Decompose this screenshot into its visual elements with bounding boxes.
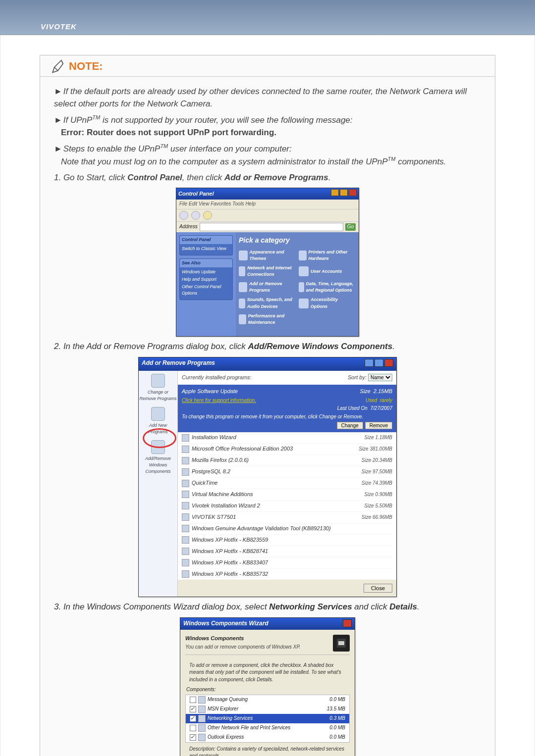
arp-curr-label: Currently installed programs: [182, 374, 252, 382]
step1-c: , then click [182, 173, 224, 182]
step1-d: . [328, 173, 331, 182]
category-icon [299, 251, 307, 260]
program-icon [182, 548, 189, 555]
program-icon [182, 502, 189, 509]
arp-row[interactable]: Microsoft Office Professional Edition 20… [182, 444, 392, 455]
checkbox[interactable] [190, 697, 196, 703]
checkbox[interactable] [190, 706, 196, 712]
category-icon [239, 299, 245, 308]
checkbox[interactable] [190, 734, 196, 741]
add-new-icon [151, 407, 165, 421]
wz-component-row[interactable]: Message Queuing0.0 MB [186, 695, 349, 705]
arrow-icon: ► [54, 86, 61, 98]
address-field[interactable] [200, 223, 343, 231]
checkbox[interactable] [190, 715, 196, 722]
arrow-icon: ► [54, 143, 61, 155]
arp-remove-button[interactable]: Remove [365, 422, 392, 429]
program-icon [182, 525, 189, 532]
program-icon [182, 480, 189, 487]
wz-title: Windows Components Wizard [183, 619, 268, 628]
cp-category[interactable]: Sounds, Speech, and Audio Devices [239, 297, 296, 309]
cp-category[interactable]: Date, Time, Language, and Regional Optio… [299, 281, 356, 294]
folder-up-icon[interactable] [203, 211, 212, 220]
back-icon[interactable] [179, 211, 188, 220]
wz-component-row[interactable]: MSN Explorer13.5 MB [186, 705, 349, 714]
svg-line-1 [51, 62, 53, 64]
category-icon [299, 266, 309, 276]
arp-selected-item[interactable]: Apple Software UpdateSize 2.15MB Click h… [178, 385, 396, 432]
arp-side-windows-components[interactable]: Add/Remove Windows Components [139, 440, 177, 475]
cp-category[interactable]: Printers and Other Hardware [299, 249, 356, 262]
step3-d: Details [389, 602, 417, 611]
step1-b2: Add or Remove Programs [224, 173, 328, 182]
wz-component-row[interactable]: Outlook Express0.0 MB [186, 733, 349, 742]
cp-menubar[interactable]: File Edit View Favorites Tools Help [176, 200, 359, 209]
arp-side-change-remove[interactable]: Change or Remove Programs [139, 374, 177, 402]
arp-row[interactable]: Windows XP Hotfix - KB823559 [182, 535, 392, 546]
cp-category[interactable]: User Accounts [299, 265, 356, 278]
step3-b: Networking Services [269, 602, 352, 611]
wizard-icon [333, 635, 350, 652]
arp-row[interactable]: Windows XP Hotfix - KB828741 [182, 546, 392, 557]
address-label: Address [179, 223, 198, 231]
cp-switch-classic-link[interactable]: Switch to Classic View [182, 246, 230, 252]
note-title: NOTE: [69, 60, 103, 73]
note-bullet-3-line2a: Note that you must log on to the compute… [61, 156, 388, 166]
program-icon [182, 434, 189, 442]
arp-row[interactable]: PostgreSQL 8.2Size 97.50MB [182, 466, 392, 478]
tm: TM [160, 143, 168, 149]
arp-row[interactable]: Windows Genuine Advantage Validation Too… [182, 523, 392, 535]
program-icon [182, 457, 189, 464]
category-icon [299, 282, 304, 292]
arp-change-button[interactable]: Change [337, 422, 363, 429]
note-bullet-2b: is not supported by your router, you wil… [100, 115, 352, 125]
close-icon[interactable] [343, 619, 352, 627]
arp-title: Add or Remove Programs [142, 359, 215, 369]
component-icon [198, 715, 206, 722]
category-icon [299, 299, 309, 308]
arp-row[interactable]: Windows XP Hotfix - KB835732 [182, 569, 392, 580]
forward-icon[interactable] [191, 211, 200, 220]
wz-subheading: You can add or remove components of Wind… [185, 644, 301, 651]
cp-side-link[interactable]: Help and Support [182, 276, 230, 283]
cp-category[interactable]: Add or Remove Programs [239, 281, 296, 294]
cp-title: Control Panel [178, 190, 214, 198]
note-bullet-3-line2b: components. [395, 156, 446, 166]
cp-toolbar[interactable] [176, 209, 359, 221]
note-body: ► If the default ports are already used … [40, 77, 495, 756]
cp-category[interactable]: Appearance and Themes [239, 249, 296, 262]
cp-category[interactable]: Network and Internet Connections [239, 265, 296, 278]
note-block: NOTE: ► If the default ports are already… [40, 55, 495, 756]
wz-component-row-selected[interactable]: Networking Services0.3 MB [186, 714, 349, 723]
cp-side-link[interactable]: Other Control Panel Options [182, 284, 230, 297]
arp-row[interactable]: Installation WizardSize 1.18MB [182, 432, 392, 444]
arp-row[interactable]: Mozilla Firefox (2.0.0.6)Size 20.34MB [182, 455, 392, 466]
arp-row[interactable]: Windows XP Hotfix - KB833407 [182, 557, 392, 569]
component-icon [198, 696, 206, 704]
arp-sort-select[interactable]: Name [368, 374, 392, 381]
components-wizard-window: Windows Components Wizard Windows Compon… [180, 617, 355, 756]
cp-side-link[interactable]: Windows Update [182, 269, 230, 275]
window-controls[interactable] [330, 189, 357, 199]
program-icon [182, 536, 189, 544]
arp-side-add-new[interactable]: Add New Programs [139, 407, 177, 435]
checkbox[interactable] [190, 725, 196, 731]
arp-row[interactable]: QuickTimeSize 74.39MB [182, 478, 392, 489]
go-button[interactable]: Go [345, 223, 356, 231]
program-icon [182, 513, 189, 521]
change-remove-icon [151, 374, 165, 388]
control-panel-window: Control Panel File Edit View Favorites T… [176, 188, 359, 336]
wz-component-row[interactable]: Other Network File and Print Services0.0… [186, 723, 349, 733]
arp-close-button[interactable]: Close [364, 584, 392, 593]
arp-row[interactable]: VIVOTEK ST7501Size 66.96MB [182, 512, 392, 523]
step1-a: 1. Go to Start, click [54, 173, 127, 182]
brand-label: VIVOTEK [41, 22, 77, 31]
add-remove-programs-window: Add or Remove Programs Change or Remove … [138, 357, 397, 598]
arp-row[interactable]: Vivotek Installation Wizard 2Size 5.50MB [182, 501, 392, 512]
windows-components-icon [151, 440, 165, 454]
cp-category[interactable]: Accessibility Options [299, 297, 356, 309]
component-icon [198, 734, 206, 741]
arp-row[interactable]: Virtual Machine AdditionsSize 0.90MB [182, 489, 392, 501]
window-controls[interactable] [364, 359, 393, 369]
cp-category[interactable]: Performance and Maintenance [239, 313, 296, 326]
